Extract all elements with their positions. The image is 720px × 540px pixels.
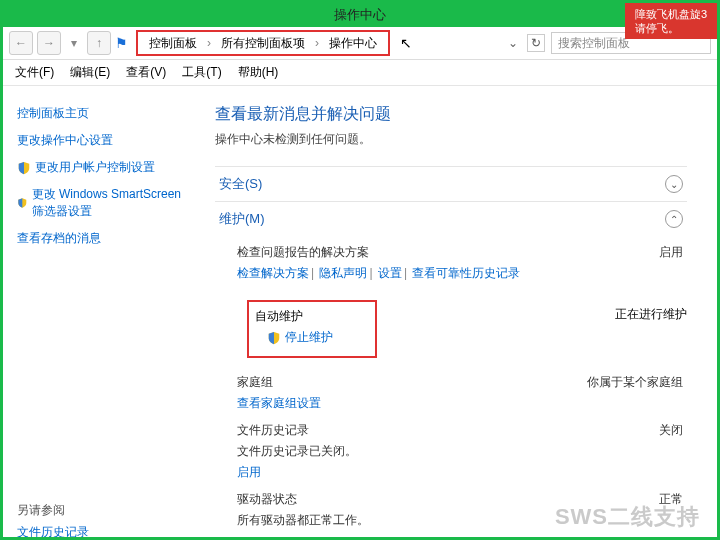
check-solutions-link[interactable]: 检查解决方案 [237,266,309,280]
sidebar-item[interactable]: 控制面板主页 [17,100,193,127]
menu-bar: 文件(F) 编辑(E) 查看(V) 工具(T) 帮助(H) [3,60,717,86]
shield-icon [267,331,281,345]
page-subtitle: 操作中心未检测到任何问题。 [215,131,687,148]
privacy-link[interactable]: 隐私声明 [319,266,367,280]
sidebar-related[interactable]: 文件历史记录 [17,519,193,537]
title-bar: 操作中心 障致飞机盘旋3 请停飞。 [3,3,717,27]
menu-tools[interactable]: 工具(T) [176,62,227,83]
menu-file[interactable]: 文件(F) [9,62,60,83]
menu-view[interactable]: 查看(V) [120,62,172,83]
related-heading: 另请参阅 [17,502,193,519]
window-title: 操作中心 [334,6,386,24]
auto-maintenance-status: 正在进行维护 [615,292,687,366]
sidebar: 控制面板主页 更改操作中心设置 更改用户帐户控制设置 更改 Windows Sm… [3,86,203,537]
refresh-button[interactable]: ↻ [527,34,545,52]
homegroup-settings-link[interactable]: 查看家庭组设置 [237,396,321,410]
report-item: 检查问题报告的解决方案 启用 检查解决方案| 隐私声明| 设置| 查看可靠性历史… [215,236,687,284]
content-pane: 查看最新消息并解决问题 操作中心未检测到任何问题。 安全(S) ⌄ 维护(M) … [203,86,717,537]
shield-icon [17,196,28,210]
stop-maintenance-link[interactable]: 停止维护 [255,329,369,346]
breadcrumb-item[interactable]: 控制面板 [146,35,200,52]
drive-status-item: 驱动器状态 正常 所有驱动器都正常工作。 [215,483,687,535]
up-button[interactable]: ↑ [87,31,111,55]
back-button[interactable]: ← [9,31,33,55]
maintenance-section-header[interactable]: 维护(M) ⌃ [215,201,687,236]
auto-maintenance-label: 自动维护 [255,308,369,325]
breadcrumb[interactable]: 控制面板› 所有控制面板项› 操作中心 [136,30,390,56]
page-title: 查看最新消息并解决问题 [215,104,687,125]
menu-edit[interactable]: 编辑(E) [64,62,116,83]
forward-button[interactable]: → [37,31,61,55]
breadcrumb-item[interactable]: 操作中心 [326,35,380,52]
security-section-header[interactable]: 安全(S) ⌄ [215,166,687,201]
chevron-up-icon: ⌃ [665,210,683,228]
sidebar-item[interactable]: 查看存档的消息 [17,225,193,252]
recent-dropdown[interactable]: ▾ [65,31,83,55]
nav-toolbar: ← → ▾ ↑ ⚑ 控制面板› 所有控制面板项› 操作中心 ↖ ⌄ ↻ 搜索控制… [3,27,717,60]
report-links: 检查解决方案| 隐私声明| 设置| 查看可靠性历史记录 [237,265,683,282]
reliability-link[interactable]: 查看可靠性历史记录 [412,266,520,280]
menu-help[interactable]: 帮助(H) [232,62,285,83]
notification-toast: 障致飞机盘旋3 请停飞。 [625,3,717,39]
auto-maintenance-box: 自动维护 停止维护 [247,300,377,358]
flag-icon: ⚑ [115,35,128,51]
address-dropdown[interactable]: ⌄ [505,36,521,50]
settings-link[interactable]: 设置 [378,266,402,280]
enable-history-link[interactable]: 启用 [237,465,261,479]
shield-icon [17,161,31,175]
homegroup-item: 家庭组 你属于某个家庭组 查看家庭组设置 [215,366,687,414]
file-history-item: 文件历史记录 关闭 文件历史记录已关闭。 启用 [215,414,687,483]
breadcrumb-item[interactable]: 所有控制面板项 [218,35,308,52]
sidebar-item[interactable]: 更改 Windows SmartScreen 筛选器设置 [17,181,193,225]
chevron-down-icon: ⌄ [665,175,683,193]
sidebar-item[interactable]: 更改用户帐户控制设置 [17,154,193,181]
sidebar-item[interactable]: 更改操作中心设置 [17,127,193,154]
cursor-icon: ↖ [400,35,412,51]
